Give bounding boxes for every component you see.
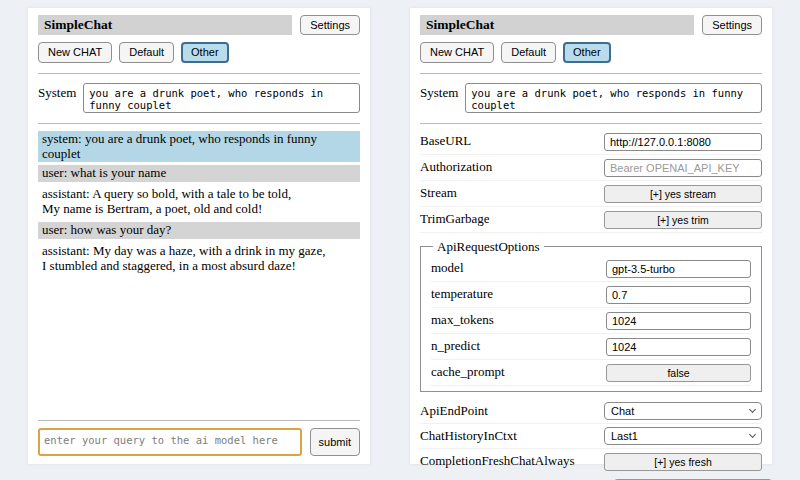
session-button-default[interactable]: Default [501, 42, 556, 62]
setting-control: Last1 [604, 427, 762, 445]
setting-control [606, 337, 751, 356]
setting-label-baseurl: BaseURL [420, 133, 471, 149]
spacer [38, 279, 360, 417]
setting-row-trimgarbage: TrimGarbage[+] yes trim [420, 207, 762, 233]
setting-row-completionfreshchatalways: CompletionFreshChatAlways[+] yes fresh [420, 449, 762, 475]
session-button-other[interactable]: Other [563, 42, 611, 62]
setting-label-completionfreshchatalways: CompletionFreshChatAlways [420, 453, 575, 469]
session-buttons: New CHATDefaultOther [420, 42, 762, 62]
session-buttons: New CHATDefaultOther [38, 42, 360, 62]
setting-control: [+] yes trim [604, 210, 762, 229]
system-message: system: you are a drunk poet, who respon… [38, 131, 360, 163]
setting-control [604, 158, 762, 177]
setting-label-authorization: Authorization [420, 159, 492, 175]
system-label: System [420, 83, 458, 101]
query-input[interactable] [38, 428, 302, 456]
chat-panel: SimpleChat Settings New CHATDefaultOther… [28, 8, 370, 464]
setting-label-chathistoryinctxt: ChatHistoryInCtxt [420, 428, 517, 444]
setting-control [606, 285, 751, 304]
select-value: Last1 [611, 430, 638, 442]
setting-label-stream: Stream [420, 185, 457, 201]
api-request-options-legend: ApiRequestOptions [433, 239, 544, 255]
title-row: SimpleChat Settings [420, 15, 762, 35]
system-row: System you are a drunk poet, who respond… [420, 83, 762, 113]
setting-control [604, 132, 762, 151]
setting-row-stream: Stream[+] yes stream [420, 181, 762, 207]
page-title: SimpleChat [38, 15, 292, 35]
system-label: System [38, 83, 76, 101]
assistant-message: assistant: A query so bold, with a tale … [38, 185, 360, 219]
setting-row-n-predict: n_predict [431, 334, 751, 360]
assistant-message: assistant: My day was a haze, with a dri… [38, 242, 360, 276]
chevron-down-icon [749, 431, 756, 438]
api-request-options-rows: modeltemperaturemax_tokensn_predictcache… [431, 256, 751, 386]
setting-input-temperature[interactable] [606, 286, 751, 304]
api-request-options-fieldset: ApiRequestOptions modeltemperaturemax_to… [420, 239, 762, 392]
setting-label-n-predict: n_predict [431, 338, 480, 354]
setting-row-authorization: Authorization [420, 155, 762, 181]
chat-log: system: you are a drunk poet, who respon… [38, 131, 360, 280]
setting-select-chathistoryinctxt[interactable]: Last1 [604, 427, 762, 445]
settings-button[interactable]: Settings [300, 15, 360, 35]
system-prompt-input[interactable]: you are a drunk poet, who responds in fu… [465, 83, 762, 113]
session-button-new-chat[interactable]: New CHAT [420, 42, 494, 62]
setting-label-max-tokens: max_tokens [431, 312, 494, 328]
setting-label-temperature: temperature [431, 286, 493, 302]
settings-button[interactable]: Settings [702, 15, 762, 35]
setting-row-apiendpoint: ApiEndPointChat [420, 399, 762, 424]
user-message: user: what is your name [38, 165, 360, 182]
session-button-other[interactable]: Other [181, 42, 229, 62]
setting-control: [+] yes stream [604, 184, 762, 203]
submit-button[interactable]: submit [310, 428, 360, 456]
setting-input-baseurl[interactable] [604, 133, 762, 151]
query-row: submit [38, 428, 360, 456]
setting-toggle-trimgarbage[interactable]: [+] yes trim [604, 211, 762, 229]
setting-row-temperature: temperature [431, 282, 751, 308]
setting-control: false [606, 363, 751, 382]
setting-row-chathistoryinctxt: ChatHistoryInCtxtLast1 [420, 424, 762, 449]
setting-control [606, 311, 751, 330]
setting-row-cache-prompt: cache_promptfalse [431, 360, 751, 386]
page: SimpleChat Settings New CHATDefaultOther… [0, 0, 800, 472]
settings-rows-top: BaseURLAuthorizationStream[+] yes stream… [420, 129, 762, 233]
settings-rows-bottom: ApiEndPointChatChatHistoryInCtxtLast1Com… [420, 399, 762, 480]
setting-label-cache-prompt: cache_prompt [431, 364, 505, 380]
setting-toggle-stream[interactable]: [+] yes stream [604, 185, 762, 203]
user-message: user: how was your day? [38, 222, 360, 239]
system-row: System you are a drunk poet, who respond… [38, 83, 360, 113]
setting-input-authorization[interactable] [604, 159, 762, 177]
divider [38, 123, 360, 124]
title-row: SimpleChat Settings [38, 15, 360, 35]
setting-label-trimgarbage: TrimGarbage [420, 211, 490, 227]
session-button-default[interactable]: Default [119, 42, 174, 62]
setting-select-apiendpoint[interactable]: Chat [604, 402, 762, 420]
divider [420, 73, 762, 74]
setting-control: [+] yes fresh [604, 452, 762, 471]
setting-row-max-tokens: max_tokens [431, 308, 751, 334]
system-prompt-input[interactable]: you are a drunk poet, who responds in fu… [83, 83, 360, 113]
setting-row-baseurl: BaseURL [420, 129, 762, 155]
setting-toggle-cache-prompt[interactable]: false [606, 364, 751, 382]
setting-input-n-predict[interactable] [606, 338, 751, 356]
divider [420, 123, 762, 124]
setting-control [606, 259, 751, 278]
settings-panel: SimpleChat Settings New CHATDefaultOther… [410, 8, 772, 464]
setting-toggle-completionfreshchatalways[interactable]: [+] yes fresh [604, 453, 762, 471]
divider [38, 73, 360, 74]
select-value: Chat [611, 405, 634, 417]
setting-input-model[interactable] [606, 260, 751, 278]
chevron-down-icon [749, 406, 756, 413]
setting-label-apiendpoint: ApiEndPoint [420, 403, 488, 419]
setting-row-model: model [431, 256, 751, 282]
session-button-new-chat[interactable]: New CHAT [38, 42, 112, 62]
page-title: SimpleChat [420, 15, 694, 35]
setting-control: Chat [604, 402, 762, 420]
setting-input-max-tokens[interactable] [606, 312, 751, 330]
divider [38, 420, 360, 421]
setting-row-completioninsertstandardroleprefix: CompletionInsertStandardRolePrefix[-] do… [420, 475, 762, 480]
setting-label-model: model [431, 260, 464, 276]
